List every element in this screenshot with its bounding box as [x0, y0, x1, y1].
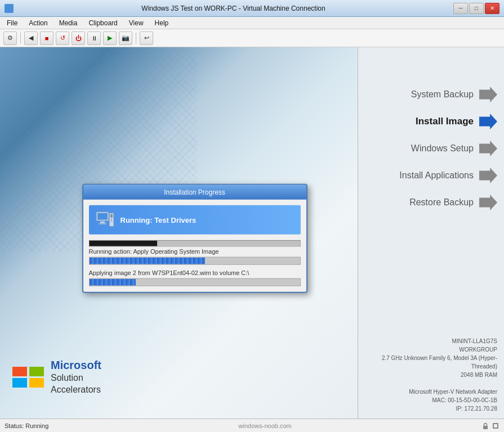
- sys-ram: 2048 MB RAM: [365, 371, 497, 379]
- sys-hostname: MININT-LLA1G7S: [365, 337, 497, 345]
- menu-help[interactable]: Help: [150, 18, 173, 28]
- ms-text: Microsoft Solution Accelerators: [51, 358, 101, 396]
- vm-screen[interactable]: Microsoft Solution Accelerators Installa…: [0, 47, 358, 418]
- progress-dialog: Installation Progress Running: T: [82, 184, 307, 293]
- redacted-progress-fill: [90, 241, 157, 246]
- svg-rect-3: [29, 378, 44, 388]
- sidebar-step-label-windows-setup: Windows Setup: [411, 143, 474, 154]
- sidebar-step-label-install-apps: Install Applications: [399, 170, 474, 181]
- status-bar: Status: Running windows-noob.com: [0, 418, 504, 432]
- sidebar-step-restore-backup[interactable]: Restore Backup: [358, 189, 504, 216]
- menu-media[interactable]: Media: [55, 18, 82, 28]
- sys-cpu: 2.7 GHz Unknown Family 6, Model 3A (Hype…: [365, 354, 497, 371]
- status-website: windows-noob.com: [239, 422, 292, 429]
- svg-rect-12: [483, 426, 488, 429]
- svg-point-11: [111, 220, 112, 222]
- svg-rect-1: [29, 367, 44, 376]
- svg-rect-6: [100, 222, 105, 223]
- ms-product-line1: Solution: [51, 372, 101, 384]
- sidebar-step-label-restore-backup: Restore Backup: [409, 197, 474, 208]
- sys-ip: IP: 172.21.70.28: [365, 404, 497, 413]
- sys-mac: MAC: 00-15-5D-00-0C-1B: [365, 396, 497, 404]
- app-icon: [5, 4, 14, 13]
- sidebar-arrow-windows-setup: [479, 141, 497, 156]
- toolbar-sep-1: [20, 33, 21, 44]
- restore-button[interactable]: □: [469, 3, 484, 14]
- menu-file[interactable]: File: [2, 18, 22, 28]
- applying-progress-fill: [90, 279, 136, 286]
- sidebar-step-label-install-image: Install Image: [416, 116, 474, 127]
- svg-rect-5: [97, 213, 108, 220]
- sidebar-arrow-install-apps: [479, 168, 497, 183]
- dialog-action-progress-bar: [89, 257, 301, 265]
- dialog-title-text: Installation Progress: [164, 188, 225, 196]
- sidebar-step-install-apps[interactable]: Install Applications: [358, 162, 504, 189]
- close-button[interactable]: ✕: [485, 3, 499, 14]
- dialog-action-label: Running action: Apply Operating System I…: [89, 248, 301, 255]
- toolbar-snapshot-btn[interactable]: 📷: [119, 32, 132, 45]
- toolbar-back-btn[interactable]: ◀: [24, 32, 38, 45]
- dialog-titlebar: Installation Progress: [83, 185, 306, 200]
- sidebar-step-install-image[interactable]: Install Image: [358, 108, 504, 135]
- minimize-button[interactable]: ─: [453, 3, 468, 14]
- toolbar-restart-btn[interactable]: ↺: [56, 32, 69, 45]
- sys-workgroup: WORKGROUP: [365, 345, 497, 354]
- dialog-header-row: Running: Test Drivers: [89, 205, 301, 235]
- menu-clipboard[interactable]: Clipboard: [84, 18, 122, 28]
- status-right: [481, 422, 499, 430]
- right-sidebar: System Backup Install Image Windows Setu…: [358, 47, 504, 418]
- dialog-step-text: Running: Test Drivers: [121, 215, 197, 224]
- toolbar-power-btn[interactable]: ⏻: [72, 32, 85, 45]
- sidebar-arrow-system-backup: [479, 87, 497, 102]
- main-area: Microsoft Solution Accelerators Installa…: [0, 47, 504, 418]
- svg-rect-2: [12, 378, 27, 388]
- toolbar-pause-btn[interactable]: ⏸: [87, 32, 101, 45]
- sidebar-arrow-install-image: [479, 114, 497, 129]
- ms-company-name: Microsoft: [51, 358, 101, 372]
- toolbar-undo-btn[interactable]: ↩: [140, 32, 153, 45]
- sidebar-step-label-system-backup: System Backup: [411, 89, 474, 100]
- toolbar-sep-2: [136, 33, 136, 44]
- action-progress-fill: [90, 258, 206, 264]
- svg-point-10: [111, 219, 112, 220]
- status-left: Status: Running: [5, 422, 48, 429]
- sys-adapter: Microsoft Hyper-V Network Adapter: [365, 388, 497, 396]
- menu-view[interactable]: View: [124, 18, 148, 28]
- computer-icon: [95, 210, 115, 230]
- menu-bar: File Action Media Clipboard View Help: [0, 17, 504, 29]
- toolbar: ⚙ ◀ ■ ↺ ⏻ ⏸ ▶ 📷 ↩: [0, 29, 504, 47]
- window-controls: ─ □ ✕: [453, 3, 499, 14]
- toolbar-stop-btn[interactable]: ■: [40, 32, 53, 45]
- dialog-applying-label: Applying image 2 from W7SP1Ent04-02.wim …: [89, 269, 301, 276]
- system-info: MININT-LLA1G7S WORKGROUP 2.7 GHz Unknown…: [358, 331, 504, 418]
- svg-rect-9: [110, 214, 113, 218]
- svg-rect-7: [99, 223, 106, 224]
- toolbar-play-btn[interactable]: ▶: [103, 32, 117, 45]
- status-text: Status: Running: [5, 422, 48, 429]
- svg-rect-0: [12, 367, 27, 376]
- security-icon: [492, 422, 499, 430]
- sidebar-step-windows-setup[interactable]: Windows Setup: [358, 135, 504, 162]
- microsoft-logo-icon: [11, 366, 45, 388]
- status-center: windows-noob.com: [48, 422, 481, 429]
- sidebar-arrow-restore-backup: [479, 195, 497, 210]
- dialog-applying-progress-bar: [89, 278, 301, 286]
- menu-action[interactable]: Action: [24, 18, 52, 28]
- dialog-progress-bar: [89, 240, 301, 247]
- toolbar-settings-btn[interactable]: ⚙: [3, 32, 17, 45]
- window-title: Windows JS Test on WORK-PC - Virtual Mac…: [14, 4, 453, 12]
- dialog-body: Running: Test Drivers Running action: Ap…: [83, 200, 306, 292]
- ms-product-line2: Accelerators: [51, 384, 101, 396]
- svg-rect-14: [494, 424, 497, 428]
- ms-branding: Microsoft Solution Accelerators: [11, 358, 101, 396]
- sidebar-step-system-backup[interactable]: System Backup: [358, 81, 504, 108]
- title-bar: Windows JS Test on WORK-PC - Virtual Mac…: [0, 0, 504, 17]
- lock-icon: [481, 422, 489, 430]
